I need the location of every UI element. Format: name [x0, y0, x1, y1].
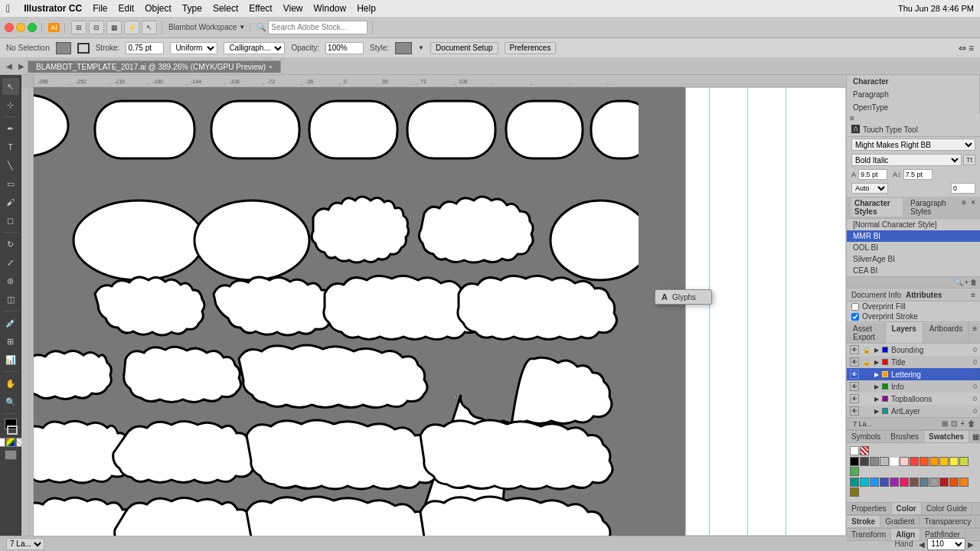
layer-lettering[interactable]: 👁 ▶ Lettering 0	[847, 368, 980, 380]
layers-move-icon[interactable]: ⊡	[951, 419, 957, 428]
tab-align[interactable]: Align	[891, 529, 920, 540]
hand-tool[interactable]: ✋	[2, 375, 19, 392]
swatch-dark-lime[interactable]	[850, 487, 859, 497]
layer-arrow-artlayer[interactable]: ▶	[874, 408, 879, 415]
layers-delete-icon[interactable]: 🗑	[968, 419, 975, 428]
tracking-input[interactable]	[951, 183, 975, 194]
layer-lock-bounding[interactable]: 🔒	[862, 345, 871, 354]
tab-back-btn[interactable]: ◀	[3, 60, 15, 72]
layer-arrow-lettering[interactable]: ▶	[874, 371, 879, 378]
swatch-dark-red[interactable]	[939, 478, 949, 487]
layers-add-icon[interactable]: ⊞	[942, 419, 948, 428]
menu-select[interactable]: Select	[213, 3, 238, 14]
overprint-fill-checkbox[interactable]	[851, 303, 859, 311]
panel-menu-icon[interactable]: ≡	[969, 43, 974, 54]
scale-tool[interactable]: ⤢	[2, 254, 19, 271]
blend-tool[interactable]: ⊛	[2, 272, 19, 289]
apple-menu[interactable]: 	[6, 2, 10, 15]
type-tool[interactable]: T	[2, 139, 19, 155]
menu-object[interactable]: Object	[145, 3, 172, 14]
workspace-dropdown-icon[interactable]: ▼	[239, 24, 245, 31]
tab-artboards[interactable]: Artboards	[923, 323, 969, 343]
menu-effect[interactable]: Effect	[249, 3, 272, 14]
swatch-pink[interactable]	[900, 478, 909, 487]
para-styles-tab[interactable]: Paragraph Styles	[907, 198, 957, 217]
layer-arrow-info[interactable]: ▶	[874, 383, 879, 390]
tab-gradient[interactable]: Gradient	[880, 516, 920, 527]
stroke-type-select[interactable]: Uniform	[170, 42, 217, 54]
tab-opentype[interactable]: OpenType	[847, 101, 980, 114]
swatch-amber[interactable]	[939, 457, 949, 466]
rect-tool[interactable]: ▭	[2, 175, 19, 192]
swatch-red[interactable]	[910, 457, 919, 466]
status-mode-select[interactable]: 7 La...	[6, 538, 44, 550]
open-btn[interactable]: ⊟	[89, 21, 104, 34]
new-doc-btn[interactable]: ⊞	[71, 21, 87, 34]
layer-eye-lettering[interactable]: 👁	[850, 370, 859, 379]
font-size-input[interactable]	[858, 169, 887, 180]
workspace-label[interactable]: Blambot Workspace	[168, 23, 237, 31]
gpu-btn[interactable]: ⚡	[124, 21, 139, 34]
layer-title[interactable]: 👁 🔒 ▶ Title 0	[847, 356, 980, 368]
attributes-tab[interactable]: Attributes	[906, 291, 942, 299]
arrow-tool[interactable]: ↖	[142, 21, 157, 34]
swatch-none[interactable]	[860, 446, 869, 455]
layer-arrow-topballoons[interactable]: ▶	[874, 396, 879, 403]
search-input[interactable]	[268, 21, 368, 34]
direct-select-tool[interactable]: ⊹	[2, 96, 19, 113]
layer-arrow-bounding[interactable]: ▶	[874, 347, 879, 354]
layer-info[interactable]: 👁 ▶ Info 0	[847, 380, 980, 393]
style-swatch[interactable]	[395, 42, 412, 54]
layer-eye-topballoons[interactable]: 👁	[850, 394, 859, 403]
layer-lock-artlayer[interactable]	[862, 406, 871, 416]
swatch-white[interactable]	[850, 446, 859, 455]
char-style-silveragebi[interactable]: SilverAge BI	[847, 253, 980, 265]
fill-mode-btn[interactable]	[0, 438, 5, 447]
layer-lock-topballoons[interactable]	[862, 394, 871, 403]
swatch-lime[interactable]	[959, 457, 969, 466]
swatch-dark[interactable]	[860, 457, 869, 466]
layer-eye-bounding[interactable]: 👁	[850, 345, 859, 354]
swatch-green[interactable]	[850, 467, 859, 476]
close-button[interactable]	[5, 23, 14, 32]
font-style-select[interactable]: Bold Italic	[851, 154, 962, 166]
swatch-indigo[interactable]	[880, 478, 889, 487]
stroke-indicator[interactable]	[7, 425, 18, 435]
layer-lock-info[interactable]	[862, 382, 871, 391]
tab-swatches[interactable]: Swatches	[924, 431, 969, 442]
eyedropper-tool[interactable]: 💉	[2, 315, 19, 331]
swatch-gray[interactable]	[870, 457, 879, 466]
selection-tool[interactable]: ↖	[2, 78, 19, 95]
scroll-left-btn[interactable]: ◀	[919, 540, 925, 548]
doc-setup-btn[interactable]: Document Setup	[430, 42, 498, 54]
overprint-stroke-checkbox[interactable]	[851, 313, 859, 321]
char-style-ceabi[interactable]: CEA BI	[847, 265, 980, 276]
panel-toggle-icon[interactable]: ⇔	[959, 43, 966, 54]
layer-arrow-title[interactable]: ▶	[874, 359, 879, 366]
paint-tool[interactable]: 🖌	[2, 194, 19, 210]
layer-bounding[interactable]: 👁 🔒 ▶ Bounding 0	[847, 344, 980, 356]
swatch-brown[interactable]	[910, 478, 919, 487]
swatch-lt-gray[interactable]	[880, 457, 889, 466]
font-preview-btn[interactable]: Tt	[963, 155, 975, 165]
layers-new-icon[interactable]: +	[960, 419, 965, 428]
swatch-yellow[interactable]	[949, 457, 959, 466]
char-style-oolbi[interactable]: OOL BI	[847, 242, 980, 253]
swatch-dark-amber[interactable]	[959, 478, 969, 487]
maximize-button[interactable]	[28, 23, 37, 32]
canvas-content[interactable]	[34, 87, 846, 536]
balloon-canvas[interactable]	[34, 87, 639, 536]
rotate-tool[interactable]: ↻	[2, 236, 19, 253]
eraser-tool[interactable]: ◻	[2, 212, 19, 229]
zoom-tool[interactable]: 🔍	[2, 393, 19, 410]
tracking-select[interactable]: Auto	[851, 183, 888, 194]
stroke-swatch[interactable]	[77, 43, 90, 54]
menu-help[interactable]: Help	[357, 3, 376, 14]
char-styles-options[interactable]: ≡	[962, 198, 966, 217]
leading-input[interactable]	[903, 169, 933, 180]
tab-symbols[interactable]: Symbols	[847, 431, 886, 442]
layer-eye-artlayer[interactable]: 👁	[850, 406, 859, 416]
glyphs-popup-item[interactable]: A Glyphs	[655, 290, 711, 304]
swatch-pink-lt[interactable]	[900, 457, 909, 466]
swatch-black[interactable]	[850, 457, 859, 466]
